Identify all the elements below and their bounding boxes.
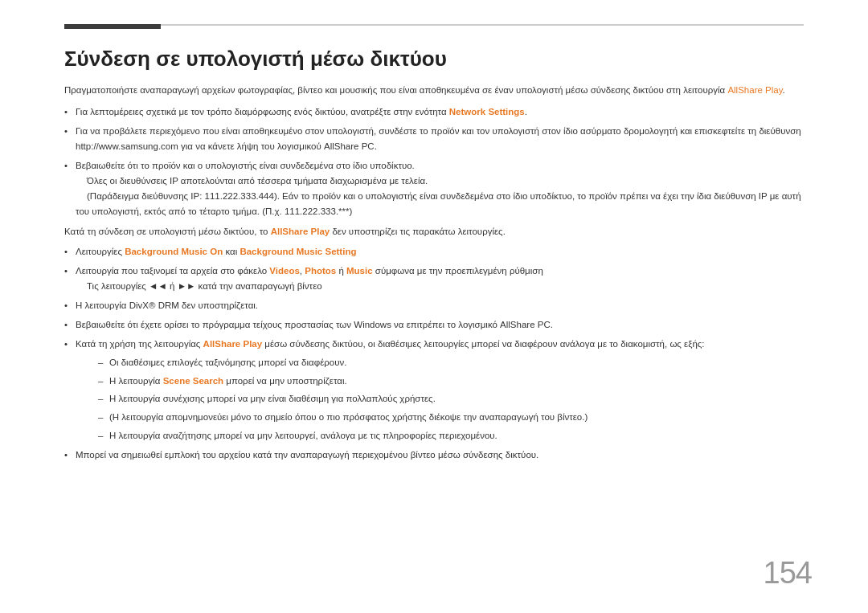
bullet-item-bg-music: Λειτουργίες Background Music On και Back… bbox=[64, 244, 804, 260]
content-body: Πραγματοποιήστε αναπαραγωγή αρχείων φωτο… bbox=[64, 83, 804, 463]
firewall-text: Βεβαιωθείτε ότι έχετε ορίσει το πρόγραμμ… bbox=[76, 320, 553, 329]
drm-text: Η λειτουργία DivX® DRM δεν υποστηρίζεται… bbox=[76, 300, 258, 310]
dash-item-4: (Η λειτουργία απομνημονεύει μόνο το σημε… bbox=[98, 410, 804, 425]
videos-link: Videos bbox=[269, 266, 300, 276]
intro-paragraph: Πραγματοποιήστε αναπαραγωγή αρχείων φωτο… bbox=[64, 83, 804, 98]
sort-text: Λειτουργία που ταξινομεί τα αρχεία στο φ… bbox=[76, 266, 269, 276]
dash-item-5: Η λειτουργία αναζήτησης μπορεί να μην λε… bbox=[98, 428, 804, 443]
bullet-item-3: Βεβαιωθείτε ότι το προϊόν και ο υπολογισ… bbox=[64, 158, 804, 219]
page-title: Σύνδεση σε υπολογιστή μέσω δικτύου bbox=[64, 47, 804, 72]
photos-link: Photos bbox=[305, 266, 336, 276]
bullet-item-sort: Λειτουργία που ταξινομεί τα αρχεία στο φ… bbox=[64, 264, 804, 294]
bullet-list-2: Λειτουργίες Background Music On και Back… bbox=[64, 244, 804, 464]
ip-example-note: (Παράδειγμα διεύθυνσης IP: 111.222.333.4… bbox=[76, 191, 801, 216]
last-bullet-text: Μπορεί να σημειωθεί εμπλοκή του αρχείου … bbox=[76, 450, 538, 460]
scene-search-link: Scene Search bbox=[163, 376, 223, 386]
music-link: Music bbox=[346, 266, 373, 276]
sidebar-accent bbox=[64, 24, 161, 29]
dash-list: Οι διαθέσιμες επιλογές ταξινόμησης μπορε… bbox=[76, 355, 804, 444]
bg-music-setting-link: Background Music Setting bbox=[240, 247, 356, 256]
bullet-item-allshare-network: Κατά τη χρήση της λειτουργίας AllShare P… bbox=[64, 337, 804, 444]
page-container: Σύνδεση σε υπολογιστή μέσω δικτύου Πραγμ… bbox=[0, 0, 868, 613]
subnet-note: Όλες οι διευθύνσεις IP αποτελούνται από … bbox=[76, 176, 428, 186]
allshare-play-link-1: AllShare Play bbox=[727, 85, 782, 95]
allshare-play-link-3: AllShare Play bbox=[203, 339, 263, 349]
bg-music-on-link: Background Music On bbox=[125, 247, 223, 256]
rewind-note: Τις λειτουργίες ◄◄ ή ►► κατά την αναπαρα… bbox=[76, 281, 322, 291]
intro-text-1: Πραγματοποιήστε αναπαραγωγή αρχείων φωτο… bbox=[64, 85, 727, 95]
intro-text-end: . bbox=[783, 85, 785, 95]
bullet-2-text: Για να προβάλετε περιεχόμενο που είναι α… bbox=[76, 126, 801, 151]
bullet-list-1: Για λεπτομέρειες σχετικά με τον τρόπο δι… bbox=[64, 104, 804, 219]
bullet-item-last: Μπορεί να σημειωθεί εμπλοκή του αρχείου … bbox=[64, 447, 804, 463]
section2-paragraph: Κατά τη σύνδεση σε υπολογιστή μέσω δικτύ… bbox=[64, 224, 804, 239]
bullet-3-text: Βεβαιωθείτε ότι το προϊόν και ο υπολογισ… bbox=[76, 161, 415, 170]
bullet-item-drm: Η λειτουργία DivX® DRM δεν υποστηρίζεται… bbox=[64, 298, 804, 313]
bullet-item-firewall: Βεβαιωθείτε ότι έχετε ορίσει το πρόγραμμ… bbox=[64, 317, 804, 333]
allshare-network-text2: μέσω σύνδεσης δικτύου, οι διαθέσιμες λει… bbox=[262, 339, 704, 349]
dash-item-3: Η λειτουργία συνέχισης μπορεί να μην είν… bbox=[98, 391, 804, 407]
bg-music-text: Λειτουργίες bbox=[76, 247, 125, 256]
section2-text-end: δεν υποστηρίζει τις παρακάτω λειτουργίες… bbox=[330, 227, 506, 236]
dash-item-1: Οι διαθέσιμες επιλογές ταξινόμησης μπορε… bbox=[98, 355, 804, 370]
allshare-play-link-2: AllShare Play bbox=[271, 227, 330, 236]
bullet-item-1: Για λεπτομέρειες σχετικά με τον τρόπο δι… bbox=[64, 104, 804, 120]
network-settings-link: Network Settings bbox=[449, 107, 525, 116]
bullet-1-text: Για λεπτομέρειες σχετικά με τον τρόπο δι… bbox=[76, 107, 449, 116]
allshare-network-text1: Κατά τη χρήση της λειτουργίας bbox=[76, 339, 203, 349]
section2-text: Κατά τη σύνδεση σε υπολογιστή μέσω δικτύ… bbox=[64, 227, 271, 236]
dash-item-2: Η λειτουργία Scene Search μπορεί να μην … bbox=[98, 374, 804, 389]
bullet-item-2: Για να προβάλετε περιεχόμενο που είναι α… bbox=[64, 124, 804, 154]
page-number: 154 bbox=[764, 556, 812, 591]
top-bar bbox=[64, 24, 804, 29]
